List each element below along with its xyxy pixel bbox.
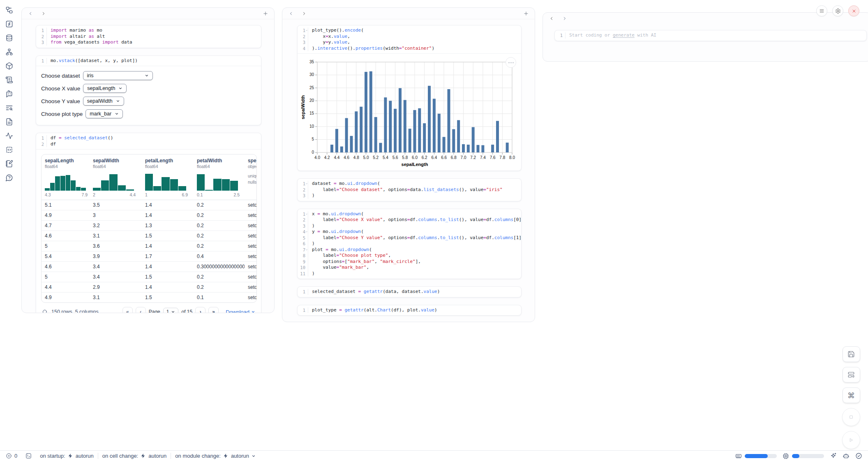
code-editor[interactable]: 1dataset = mo.ui.dropdown(2 label="Choos… [298,179,521,201]
column-name[interactable]: sepalWidth [93,158,139,164]
code-line[interactable]: 5 label="Choose Y value", options=df.col… [298,235,521,241]
code-cell-2[interactable]: 1dataset = mo.ui.dropdown(2 label="Choos… [297,178,522,201]
page-select[interactable]: 1 [163,308,179,313]
code-line[interactable]: 1plot_type = getattr(alt.Chart(df), plot… [298,307,521,313]
table-row[interactable]: 5.43.91.70.4setosa [42,251,256,262]
chevron-right-icon[interactable] [40,10,47,17]
code-cell-4[interactable]: 1selected_dataset = getattr(data, datase… [297,286,522,297]
error-counter[interactable]: 0 [6,453,21,459]
code-line[interactable]: 2 label="Choose X value", options=df.col… [298,217,521,223]
table-row[interactable]: 4.63.11.50.2setosa [42,231,256,241]
chevron-left-icon[interactable] [548,15,555,22]
chevron-right-icon[interactable] [561,15,568,22]
previous-page-button[interactable]: ‹ [136,307,146,313]
run-config-2[interactable]: on module change:autorun [171,453,260,459]
settings-gear-icon[interactable] [832,5,843,16]
bot-message-icon[interactable] [4,88,14,99]
run-button[interactable] [842,431,860,449]
code-line[interactable]: 2import altair as alt [36,34,261,40]
code-line[interactable]: 1selected_dataset = getattr(data, datase… [298,289,521,295]
save-button[interactable] [843,346,860,362]
add-cell-icon[interactable] [522,10,530,17]
code-editor[interactable]: 1plot_type().encode(2 x=x.value,3 y=y.va… [298,25,521,53]
scroll-text-icon[interactable] [4,74,14,85]
code-line[interactable]: 1mo.vstack([dataset, x, y, plot]) [36,58,261,64]
code-cell-3[interactable]: 1x = mo.ui.dropdown(2 label="Choose X va… [297,209,522,279]
first-page-button[interactable]: « [122,307,133,313]
code-line[interactable]: 1x = mo.ui.dropdown( [298,211,521,217]
code-editor[interactable]: 1import marimo as mo2import altair as al… [36,25,261,48]
code-line[interactable]: 3from vega_datasets import data [36,39,261,46]
code-cell-1[interactable]: 1plot_type().encode(2 x=x.value,3 y=y.va… [297,25,522,171]
code-editor-placeholder[interactable]: Start coding or generate with AI [566,32,656,39]
column-name[interactable]: petalWidth [197,158,242,164]
close-icon[interactable] [848,5,859,16]
table-row[interactable]: 4.63.41.40.30000000000000004setosa [42,262,256,272]
dropdown-select-2[interactable]: sepalWidth [83,97,124,106]
chevron-right-icon[interactable] [300,10,308,17]
generate-link[interactable]: generate [613,32,635,38]
table-row[interactable]: 4.42.91.40.2setosa [42,282,256,293]
dropdown-select-1[interactable]: sepalLength [83,84,127,93]
column-name[interactable]: sepalLength [45,158,87,164]
add-cell-icon[interactable] [262,10,269,17]
vstack-cell[interactable]: 1mo.vstack([dataset, x, y, plot])Choose … [36,55,261,126]
chevron-left-icon[interactable] [27,10,34,17]
menu-icon[interactable] [816,5,827,16]
search-icon[interactable] [42,309,48,313]
table-row[interactable]: 53.61.40.2setosa [42,241,256,251]
code-line[interactable]: 3) [298,193,521,199]
code-line[interactable]: 2 x=x.value, [298,34,521,40]
workflow-icon[interactable] [4,46,14,57]
stop-button[interactable] [842,408,860,426]
dataframe-cell[interactable]: 1df = selected_dataset()2dfsepalLengthfl… [36,133,261,313]
code-line[interactable]: 3) [298,223,521,229]
code-line[interactable]: 4y = mo.ui.dropdown( [298,229,521,235]
code-editor[interactable]: 1df = selected_dataset()2df [36,133,261,149]
run-config-0[interactable]: on startup:autorun [36,453,98,459]
code-line[interactable]: 11) [298,271,521,277]
code-line[interactable]: 1import marimo as mo [36,28,261,34]
table-row[interactable]: 4.931.40.2setosa [42,210,256,221]
chevron-left-icon[interactable] [287,10,295,17]
table-row[interactable]: 53.41.50.2setosa [42,272,256,282]
code-line[interactable]: 1dataset = mo.ui.dropdown( [298,181,521,187]
imports-cell[interactable]: 1import marimo as mo2import altair as al… [36,25,261,48]
table-row[interactable]: 4.73.21.30.2setosa [42,221,256,231]
dropdown-select-0[interactable]: iris [83,71,153,80]
bar-chart[interactable]: 4.04.24.44.64.85.05.25.45.65.86.06.26.46… [300,57,522,169]
code-editor[interactable]: 1selected_dataset = getattr(data, datase… [298,287,521,297]
code-cell-5[interactable]: 1plot_type = getattr(alt.Chart(df), plot… [297,305,522,316]
terminal-button[interactable] [21,453,36,459]
command-palette-button[interactable]: ⌘ [843,387,860,403]
code-line[interactable]: 8 label="Choose plot type", [298,253,521,259]
code-line[interactable]: 1plot_type().encode( [298,28,521,34]
code-line[interactable]: 2df [36,141,261,148]
dropdown-select-3[interactable]: mark_bar [85,109,123,118]
notebook-pen-icon[interactable] [4,158,14,169]
code-line[interactable]: 1df = selected_dataset() [36,135,261,141]
function-square-icon[interactable] [4,18,14,29]
column-name[interactable]: petalLength [145,158,191,164]
code-line[interactable]: 4).interactive().properties(width="conta… [298,46,521,52]
file-tree-icon[interactable] [4,5,14,15]
kernel-bot-icon[interactable] [843,452,850,459]
text-search-icon[interactable] [4,102,14,113]
code-line[interactable]: 10 value="mark_bar", [298,265,521,271]
download-button[interactable]: Download [226,309,255,313]
code-editor[interactable]: 1x = mo.ui.dropdown(2 label="Choose X va… [298,209,521,279]
connection-status-icon[interactable] [855,452,862,459]
code-editor[interactable]: 1mo.vstack([dataset, x, y, plot]) [36,56,261,66]
next-page-button[interactable]: › [195,307,205,313]
code-editor[interactable]: 1plot_type = getattr(alt.Chart(df), plot… [298,305,521,316]
code-line[interactable]: 6) [298,241,521,247]
database-icon[interactable] [4,32,14,43]
code-line[interactable]: 3 y=y.value, [298,39,521,46]
code-line[interactable]: 7plot = mo.ui.dropdown( [298,247,521,253]
layout-button[interactable] [843,367,860,383]
table-row[interactable]: 4.93.11.50.1setosa [42,293,256,302]
snippet-square-icon[interactable] [4,144,14,155]
table-row[interactable]: 5.13.51.40.2setosa [42,200,256,210]
activity-icon[interactable] [4,130,14,141]
help-bubble-icon[interactable] [4,172,14,183]
